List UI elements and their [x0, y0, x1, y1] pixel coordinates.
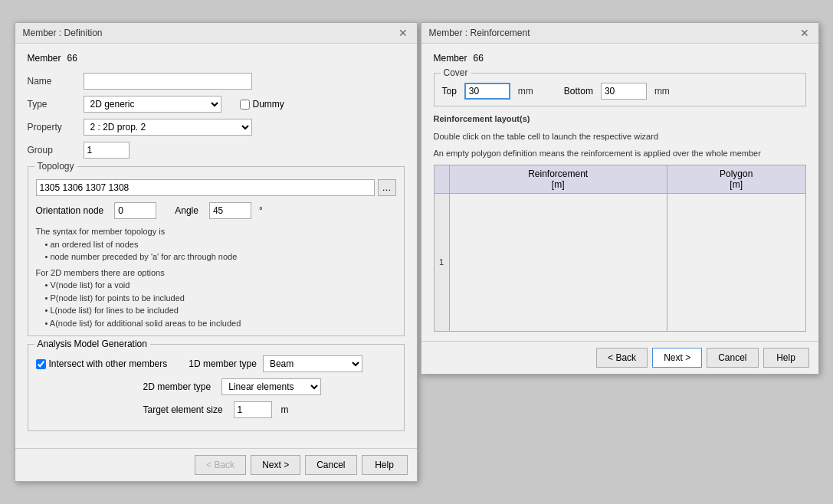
type-row: Type 2D generic Dummy	[28, 96, 405, 113]
right-member-id: 66	[474, 53, 484, 64]
topology-section: Topology … Orientation node Angle ° The …	[28, 166, 405, 336]
group-input[interactable]	[84, 142, 130, 159]
reinforcement-table: Reinforcement[m] Polygon[m] 1	[434, 165, 806, 332]
table-row: 1	[434, 193, 805, 331]
bottom-cover-input[interactable]	[601, 83, 647, 100]
info-line2: For 2D members there are options	[36, 267, 396, 280]
left-dialog-close-button[interactable]: ✕	[397, 28, 409, 38]
reinforcement-title: Reinforcement layout(s)	[434, 113, 806, 126]
analysis-section-label: Analysis Model Generation	[34, 339, 150, 349]
intersect-row: Intersect with other members 1D member t…	[36, 355, 396, 372]
bottom-cover-label: Bottom	[564, 86, 593, 97]
right-dialog-title: Member : Reinforcement	[429, 28, 530, 38]
member-id-value: 66	[67, 53, 77, 64]
type-select[interactable]: 2D generic	[84, 96, 221, 113]
topology-section-label: Topology	[34, 161, 77, 172]
member-id-label: Member	[28, 53, 61, 64]
member-reinforcement-dialog: Member : Reinforcement ✕ Member 66 Cover…	[421, 22, 819, 375]
left-dialog-body: Member 66 Name Type 2D generic Dummy	[15, 44, 417, 448]
right-next-button[interactable]: Next >	[652, 348, 702, 368]
name-input[interactable]	[84, 73, 252, 90]
name-row: Name	[28, 73, 405, 90]
right-dialog-footer: < Back Next > Cancel Help	[421, 341, 818, 374]
reinforcement-note2: An empty polygon definition means the re…	[434, 147, 806, 160]
left-dialog-header: Member : Definition ✕	[15, 23, 417, 44]
dummy-checkbox[interactable]	[240, 100, 250, 110]
row-num-1: 1	[434, 193, 449, 331]
topology-dots-button[interactable]: …	[378, 179, 396, 196]
intersect-label[interactable]: Intersect with other members	[36, 358, 168, 369]
right-cancel-button[interactable]: Cancel	[707, 348, 758, 368]
left-dialog-footer: < Back Next > Cancel Help	[15, 448, 417, 481]
left-next-button[interactable]: Next >	[251, 455, 300, 475]
right-member-label: Member	[434, 53, 467, 64]
member-2d-row: 2D member type Linear elements	[36, 378, 396, 395]
right-dialog-close-button[interactable]: ✕	[799, 28, 811, 38]
orientation-input[interactable]	[114, 202, 156, 219]
type-label: Type	[28, 99, 77, 110]
info-bullet1: • an ordered list of nodes	[36, 238, 396, 251]
info-line1: The syntax for member topology is	[36, 225, 396, 238]
cover-row: Top mm Bottom mm	[442, 83, 798, 100]
intersect-checkbox[interactable]	[36, 359, 46, 369]
info-bullet2: • node number preceded by 'a' for arc th…	[36, 250, 396, 263]
target-size-unit: m	[281, 404, 289, 415]
analysis-section: Analysis Model Generation Intersect with…	[28, 344, 405, 431]
right-dialog-body: Member 66 Cover Top mm Bottom mm Reinfor…	[421, 44, 818, 341]
member-type-2d-label: 2D member type	[143, 381, 212, 392]
top-cover-input[interactable]	[464, 83, 510, 100]
right-help-button[interactable]: Help	[763, 348, 809, 368]
reinforcement-title-text: Reinforcement layout(s)	[434, 114, 530, 123]
intersect-text: Intersect with other members	[49, 358, 168, 369]
member-definition-dialog: Member : Definition ✕ Member 66 Name Typ…	[15, 22, 418, 482]
table-header-reinforcement: Reinforcement[m]	[449, 165, 667, 193]
member-type-2d-select[interactable]: Linear elements	[221, 378, 321, 395]
target-size-label: Target element size	[143, 404, 223, 415]
dummy-label: Dummy	[253, 99, 284, 110]
target-size-row: Target element size m	[36, 401, 396, 418]
left-back-button[interactable]: < Back	[195, 455, 246, 475]
reinforcement-cell-1[interactable]	[449, 193, 667, 331]
property-label: Property	[28, 122, 77, 133]
table-header-empty	[434, 165, 449, 193]
angle-input[interactable]	[209, 202, 251, 219]
polygon-cell-1[interactable]	[667, 193, 805, 331]
topology-info: The syntax for member topology is • an o…	[36, 225, 396, 329]
member-type-1d-label: 1D member type	[189, 358, 257, 369]
cover-section: Cover Top mm Bottom mm	[434, 73, 806, 106]
target-size-input[interactable]	[234, 401, 272, 418]
table-header-polygon: Polygon[m]	[667, 165, 805, 193]
group-row: Group	[28, 142, 405, 159]
table-header-row: Reinforcement[m] Polygon[m]	[434, 165, 805, 193]
right-dialog-header: Member : Reinforcement ✕	[421, 23, 818, 44]
reinforcement-note1: Double click on the table cell to launch…	[434, 130, 806, 143]
top-mm-label: mm	[518, 86, 533, 97]
property-row: Property 2 : 2D prop. 2	[28, 119, 405, 136]
info-bullet5: • L(node list) for lines to be included	[36, 304, 396, 317]
angle-unit: °	[259, 205, 263, 216]
info-bullet6: • A(node list) for additional solid area…	[36, 317, 396, 330]
topology-input[interactable]	[36, 179, 375, 196]
left-help-button[interactable]: Help	[362, 455, 408, 475]
top-cover-label: Top	[442, 86, 457, 97]
bottom-mm-label: mm	[654, 86, 670, 97]
orientation-label: Orientation node	[36, 205, 104, 216]
orientation-row: Orientation node Angle °	[36, 202, 396, 219]
info-bullet4: • P(node list) for points to be included	[36, 292, 396, 305]
member-type-1d-select[interactable]: Beam Column	[263, 355, 362, 372]
right-member-id-row: Member 66	[434, 53, 806, 64]
info-bullet3: • V(node list) for a void	[36, 279, 396, 292]
topology-input-row: …	[36, 179, 396, 196]
left-dialog-title: Member : Definition	[23, 28, 103, 38]
right-back-button[interactable]: < Back	[596, 348, 648, 368]
property-select[interactable]: 2 : 2D prop. 2	[84, 119, 252, 136]
angle-label: Angle	[175, 205, 198, 216]
member-id-row: Member 66	[28, 53, 405, 64]
cover-section-label: Cover	[441, 67, 471, 78]
name-label: Name	[28, 76, 77, 87]
dummy-checkbox-label[interactable]: Dummy	[240, 99, 284, 110]
left-cancel-button[interactable]: Cancel	[305, 455, 356, 475]
group-label: Group	[28, 145, 77, 155]
